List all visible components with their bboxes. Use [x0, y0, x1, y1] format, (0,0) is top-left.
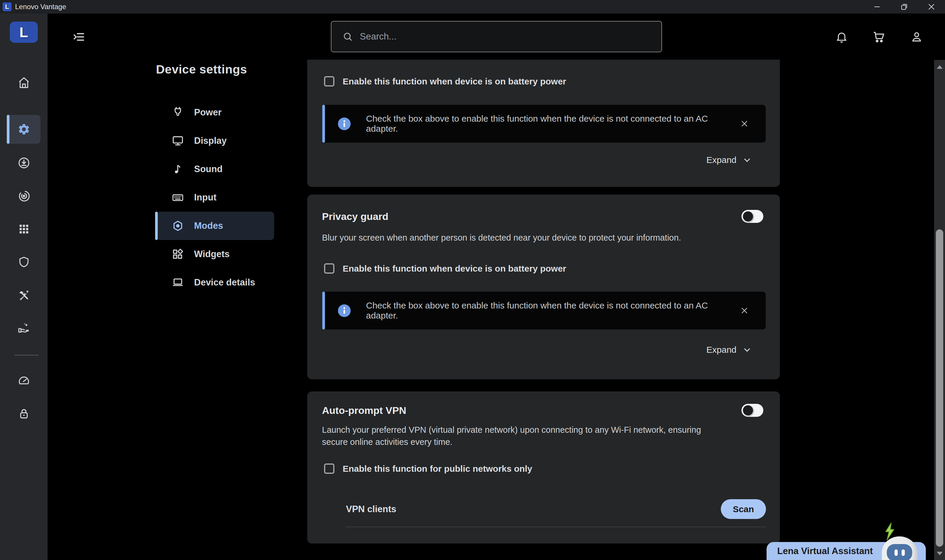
sidebar-item-apps[interactable]	[0, 216, 48, 242]
menu-item-power[interactable]: Power	[157, 98, 274, 127]
expand-button[interactable]: Expand	[307, 155, 780, 165]
close-button[interactable]	[918, 0, 945, 14]
dismiss-banner-button[interactable]	[738, 118, 750, 129]
scrollbar-thumb[interactable]	[936, 229, 943, 547]
sidebar-item-support[interactable]	[0, 282, 48, 309]
checkbox-unchecked[interactable]	[324, 463, 335, 474]
checkbox-label: Enable this function when device is on b…	[343, 264, 566, 274]
gear-icon	[17, 123, 31, 136]
search-icon	[342, 31, 353, 42]
dismiss-banner-button[interactable]	[738, 305, 750, 317]
sidebar-item-home[interactable]	[0, 69, 48, 96]
minimize-icon	[873, 3, 881, 11]
settings-card-partial: Enable this function when device is on b…	[307, 60, 780, 187]
hand-sparkle-icon	[17, 322, 31, 335]
sound-icon	[171, 163, 184, 175]
store-button[interactable]	[872, 30, 886, 44]
menu-item-label: Widgets	[194, 249, 230, 260]
window-controls	[863, 0, 945, 14]
scroll-down-arrow[interactable]	[934, 548, 945, 559]
cart-icon	[872, 30, 886, 44]
sidebar-item-boost[interactable]	[0, 183, 48, 209]
toggle-knob	[743, 211, 753, 222]
titlebar: L Lenovo Vantage	[0, 0, 945, 14]
home-icon	[17, 76, 31, 89]
search-input[interactable]	[360, 31, 661, 42]
menu-item-label: Modes	[194, 220, 223, 231]
chevron-down-icon	[742, 155, 752, 165]
menu-item-sound[interactable]: Sound	[157, 155, 274, 183]
lock-icon	[17, 408, 31, 420]
checkbox-unchecked[interactable]	[324, 263, 335, 274]
info-banner-accent	[322, 105, 325, 143]
sidebar-divider	[14, 355, 39, 355]
checkbox-label: Enable this function for public networks…	[343, 464, 532, 474]
lenovo-logo-icon[interactable]: L	[10, 22, 38, 43]
sidebar-rail: L	[0, 14, 48, 560]
checkbox-label: Enable this function when device is on b…	[343, 77, 566, 86]
window-title: Lenovo Vantage	[15, 3, 66, 11]
page-title: Device settings	[156, 63, 247, 77]
menu-selected-accent	[155, 212, 158, 240]
privacy-guard-toggle[interactable]	[742, 210, 763, 223]
card-description: Launch your preferred VPN (virtual priva…	[307, 424, 732, 448]
close-icon	[740, 306, 749, 315]
menu-item-label: Sound	[194, 164, 222, 174]
sidebar-selected-accent	[7, 115, 9, 144]
keyboard-icon	[171, 191, 184, 204]
user-icon	[910, 31, 923, 43]
minimize-button[interactable]	[863, 0, 891, 14]
lightning-bolt-icon	[883, 523, 897, 541]
search-bar	[331, 21, 662, 52]
sidebar-expand-button[interactable]	[72, 30, 85, 44]
account-button[interactable]	[910, 30, 924, 44]
vpn-clients-label: VPN clients	[346, 504, 396, 515]
vpn-clients-row: VPN clients Scan	[307, 499, 780, 519]
robot-eye	[894, 549, 898, 556]
menu-item-display[interactable]: Display	[157, 127, 274, 155]
menu-item-device-details[interactable]: Device details	[157, 268, 274, 297]
card-title: Privacy guard	[322, 211, 388, 222]
close-icon	[928, 3, 935, 11]
info-banner-text: Check the box above to enable this funct…	[366, 300, 738, 321]
assistant-label: Lena Virtual Assistant	[777, 546, 873, 557]
modes-icon	[171, 219, 184, 232]
bell-icon	[835, 31, 848, 43]
scroll-up-arrow[interactable]	[934, 61, 945, 73]
sidebar-item-security[interactable]	[0, 249, 48, 275]
expand-label: Expand	[706, 155, 737, 165]
menu-item-label: Input	[194, 192, 217, 203]
card-description: Blur your screen when another person is …	[307, 232, 780, 244]
tools-icon	[17, 289, 31, 302]
card-title: Auto-prompt VPN	[322, 405, 406, 416]
menu-item-modes[interactable]: Modes	[157, 212, 274, 240]
robot-face	[887, 544, 912, 560]
vpn-divider	[345, 527, 766, 527]
auto-prompt-vpn-toggle[interactable]	[742, 404, 763, 417]
chevron-down-icon	[742, 345, 752, 355]
vertical-scrollbar[interactable]	[934, 60, 945, 560]
sidebar-item-privacy[interactable]	[0, 401, 48, 427]
apps-grid-icon	[17, 223, 31, 235]
laptop-icon	[171, 276, 184, 289]
info-icon	[338, 305, 351, 317]
menu-item-input[interactable]: Input	[157, 183, 274, 212]
auto-prompt-vpn-card: Auto-prompt VPN Launch your preferred VP…	[307, 391, 780, 543]
info-banner-text: Check the box above to enable this funct…	[366, 114, 738, 134]
notifications-button[interactable]	[834, 30, 849, 44]
expand-label: Expand	[706, 345, 737, 355]
sidebar-item-performance[interactable]	[0, 368, 48, 394]
sidebar-item-updates[interactable]	[0, 150, 48, 176]
battery-checkbox-row[interactable]: Enable this function when device is on b…	[307, 263, 780, 274]
checkbox-unchecked[interactable]	[324, 76, 335, 86]
restore-button[interactable]	[891, 0, 918, 14]
menu-item-label: Power	[194, 107, 222, 118]
power-icon	[171, 106, 184, 119]
shield-icon	[17, 255, 31, 269]
scan-button[interactable]: Scan	[721, 499, 766, 519]
sidebar-item-smart[interactable]	[0, 315, 48, 342]
public-networks-checkbox-row[interactable]: Enable this function for public networks…	[307, 463, 780, 474]
expand-button[interactable]: Expand	[307, 345, 780, 355]
menu-item-widgets[interactable]: Widgets	[157, 240, 274, 268]
battery-checkbox-row[interactable]: Enable this function when device is on b…	[307, 76, 780, 86]
